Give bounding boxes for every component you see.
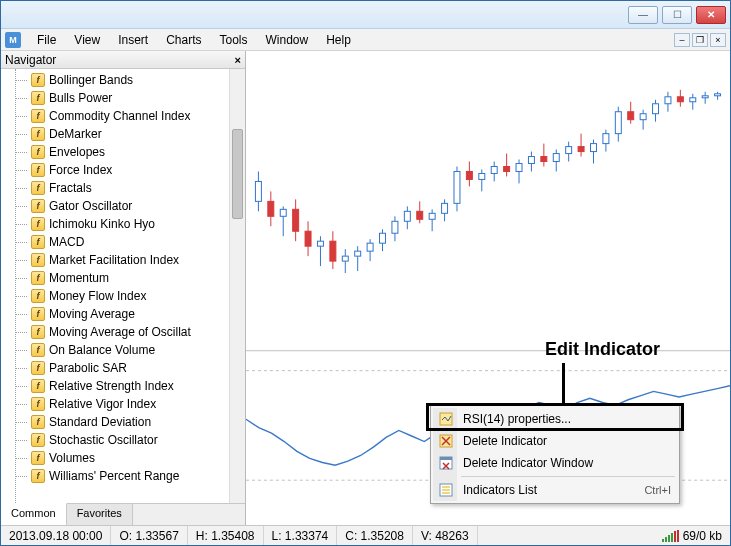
svg-rect-37 [479,173,485,179]
menu-file[interactable]: File [29,31,64,49]
ctx-separator [461,476,675,477]
svg-rect-57 [603,134,609,144]
tab-common[interactable]: Common [1,503,67,525]
mdi-controls: – ❐ × [674,33,726,47]
function-icon: f [31,217,45,231]
menu-tools[interactable]: Tools [212,31,256,49]
navigator-scrollbar[interactable] [229,69,245,503]
indicator-item[interactable]: fMoney Flow Index [1,287,245,305]
status-low: L: 1.33374 [264,526,338,545]
indicator-item[interactable]: fIchimoku Kinko Hyo [1,215,245,233]
mdi-close-button[interactable]: × [710,33,726,47]
status-close: C: 1.35208 [337,526,413,545]
close-button[interactable]: ✕ [696,6,726,24]
indicator-label: Momentum [49,271,109,285]
indicator-item[interactable]: fMomentum [1,269,245,287]
svg-rect-49 [553,154,559,162]
function-icon: f [31,253,45,267]
indicator-item[interactable]: fStochastic Oscillator [1,431,245,449]
indicator-item[interactable]: fDeMarker [1,125,245,143]
svg-rect-7 [293,209,299,231]
indicator-item[interactable]: fFractals [1,179,245,197]
ctx-delete-window[interactable]: Delete Indicator Window [433,452,677,474]
chart-area[interactable]: Edit Indicator RSI(14) properties... Del… [246,51,730,525]
indicator-label: Ichimoku Kinko Hyo [49,217,155,231]
function-icon: f [31,469,45,483]
menu-charts[interactable]: Charts [158,31,209,49]
indicator-item[interactable]: fRelative Vigor Index [1,395,245,413]
statusbar: 2013.09.18 00:00 O: 1.33567 H: 1.35408 L… [1,525,730,545]
ctx-indicators-list[interactable]: Indicators List Ctrl+I [433,479,677,501]
indicator-label: On Balance Volume [49,343,155,357]
ctx-indicators-shortcut: Ctrl+I [644,484,677,496]
svg-rect-39 [491,167,497,174]
app-icon: M [5,32,21,48]
indicator-item[interactable]: fBollinger Bands [1,71,245,89]
function-icon: f [31,451,45,465]
ctx-delete-indicator[interactable]: Delete Indicator [433,430,677,452]
minimize-button[interactable]: — [628,6,658,24]
indicator-item[interactable]: fMACD [1,233,245,251]
mdi-restore-button[interactable]: ❐ [692,33,708,47]
svg-rect-19 [367,243,373,251]
svg-rect-41 [504,167,510,172]
indicator-label: Volumes [49,451,95,465]
ctx-indicators-list-label: Indicators List [463,483,537,497]
indicator-item[interactable]: fMoving Average [1,305,245,323]
tab-favorites[interactable]: Favorites [67,504,133,525]
indicator-item[interactable]: fStandard Deviation [1,413,245,431]
function-icon: f [31,289,45,303]
function-icon: f [31,343,45,357]
navigator-tree: fBollinger BandsfBulls PowerfCommodity C… [1,69,245,503]
svg-rect-82 [440,457,452,460]
navigator-scroll-thumb[interactable] [232,129,243,219]
indicator-item[interactable]: fBulls Power [1,89,245,107]
status-open: O: 1.33567 [111,526,187,545]
svg-rect-53 [578,147,584,152]
indicator-label: Standard Deviation [49,415,151,429]
svg-rect-21 [380,233,386,243]
menu-view[interactable]: View [66,31,108,49]
svg-rect-3 [268,201,274,216]
indicator-item[interactable]: fWilliams' Percent Range [1,467,245,485]
svg-rect-5 [280,209,286,216]
svg-rect-51 [566,147,572,154]
indicator-item[interactable]: fEnvelopes [1,143,245,161]
svg-rect-61 [628,112,634,120]
navigator-close-icon[interactable]: × [235,54,241,66]
indicator-item[interactable]: fMarket Facilitation Index [1,251,245,269]
function-icon: f [31,181,45,195]
annotation-label: Edit Indicator [545,339,660,360]
ctx-delete-indicator-label: Delete Indicator [463,434,547,448]
indicator-item[interactable]: fCommodity Channel Index [1,107,245,125]
menu-insert[interactable]: Insert [110,31,156,49]
mdi-minimize-button[interactable]: – [674,33,690,47]
svg-rect-33 [454,171,460,203]
menu-help[interactable]: Help [318,31,359,49]
delete-icon [438,433,454,449]
titlebar: — ☐ ✕ [1,1,730,29]
svg-rect-63 [640,114,646,120]
indicator-label: Relative Vigor Index [49,397,156,411]
indicator-label: Moving Average of Oscillat [49,325,191,339]
indicator-label: Parabolic SAR [49,361,127,375]
indicator-item[interactable]: fParabolic SAR [1,359,245,377]
svg-rect-13 [330,241,336,261]
status-connection: 69/0 kb [654,526,730,545]
connection-bars-icon [662,530,679,542]
ctx-properties[interactable]: RSI(14) properties... [433,408,677,430]
menu-window[interactable]: Window [258,31,317,49]
svg-rect-27 [417,211,423,219]
indicator-item[interactable]: fForce Index [1,161,245,179]
indicator-item[interactable]: fGator Oscillator [1,197,245,215]
indicator-label: Money Flow Index [49,289,146,303]
function-icon: f [31,163,45,177]
indicator-item[interactable]: fOn Balance Volume [1,341,245,359]
maximize-button[interactable]: ☐ [662,6,692,24]
function-icon: f [31,397,45,411]
indicator-item[interactable]: fMoving Average of Oscillat [1,323,245,341]
indicator-item[interactable]: fRelative Strength Index [1,377,245,395]
indicator-item[interactable]: fVolumes [1,449,245,467]
function-icon: f [31,307,45,321]
function-icon: f [31,361,45,375]
